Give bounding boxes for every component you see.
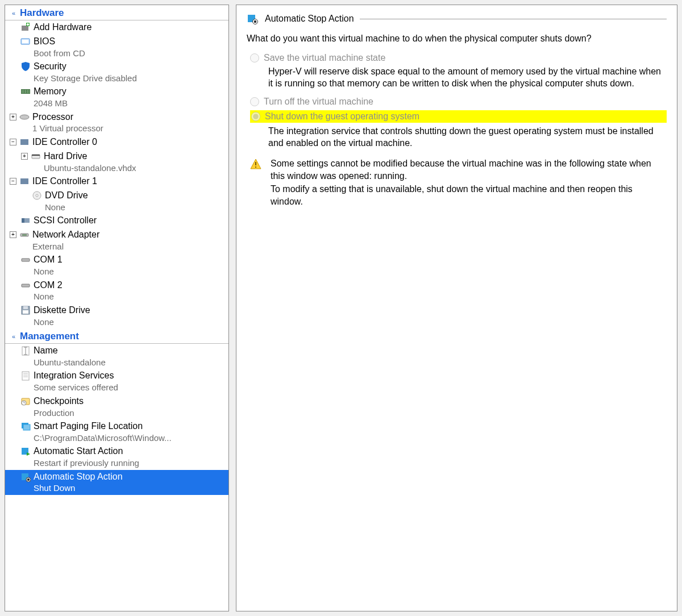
sidebar-item-name[interactable]: Name Ubuntu-standalone: [5, 344, 228, 369]
collapse-icon: «: [10, 333, 18, 340]
name-icon: [20, 345, 31, 356]
svg-rect-32: [22, 372, 29, 380]
collapse-icon[interactable]: −: [10, 139, 16, 145]
sidebar-item-processor[interactable]: + Processor 1 Virtual processor: [5, 110, 228, 135]
item-label: Add Hardware: [34, 22, 92, 34]
option-label: Turn off the virtual machine: [264, 97, 373, 107]
expand-icon[interactable]: +: [21, 153, 28, 160]
svg-rect-3: [27, 24, 29, 25]
collapse-icon: «: [10, 10, 18, 16]
autostop-icon: [20, 471, 31, 482]
sidebar-item-network[interactable]: + Network Adapter External: [5, 228, 228, 253]
item-label: COM 1: [34, 254, 63, 266]
option-turn-off[interactable]: Turn off the virtual machine: [250, 97, 667, 107]
panel-title: Automatic Stop Action: [260, 14, 360, 24]
item-sub: None: [34, 291, 63, 302]
item-label: Hard Drive: [44, 151, 136, 163]
item-sub: Ubuntu-standalone: [34, 357, 106, 368]
sidebar-item-bios[interactable]: BIOS Boot from CD: [5, 35, 228, 60]
item-sub: 2048 MB: [34, 98, 68, 109]
svg-rect-16: [20, 178, 28, 184]
item-sub: Ubuntu-standalone.vhdx: [44, 163, 136, 174]
section-title: Hardware: [18, 7, 64, 19]
svg-rect-20: [22, 218, 24, 223]
section-header-management[interactable]: « Management: [5, 328, 228, 344]
sidebar-item-checkpoints[interactable]: Checkpoints Production: [5, 394, 228, 419]
bios-icon: [20, 36, 31, 47]
sidebar-item-integration[interactable]: Integration Services Some services offer…: [5, 369, 228, 394]
item-sub: 1 Virtual processor: [32, 123, 103, 134]
integration-icon: [20, 370, 31, 381]
item-label: SCSI Controller: [34, 215, 97, 227]
controller-icon: [19, 136, 30, 148]
item-label: IDE Controller 0: [32, 136, 97, 148]
sidebar-item-paging[interactable]: Smart Paging File Location C:\ProgramDat…: [5, 419, 228, 444]
item-label: Diskette Drive: [34, 305, 90, 317]
option-shut-down[interactable]: Shut down the guest operating system: [250, 110, 667, 123]
item-label: Automatic Start Action: [34, 446, 139, 457]
svg-rect-10: [27, 90, 28, 93]
svg-rect-27: [23, 310, 28, 314]
radio-save-state[interactable]: [250, 53, 259, 63]
sidebar-item-diskette[interactable]: Diskette Drive None: [5, 303, 228, 328]
svg-rect-22: [22, 234, 27, 236]
panel-header: Automatic Stop Action: [247, 13, 667, 24]
sidebar-item-dvd[interactable]: DVD Drive None: [5, 189, 228, 214]
shield-icon: [20, 61, 31, 72]
processor-icon: [19, 111, 30, 123]
item-label: IDE Controller 1: [32, 176, 97, 188]
settings-sidebar: « Hardware Add Hardware BIOS Boot from C…: [5, 5, 229, 611]
sidebar-item-ide0[interactable]: − IDE Controller 0: [5, 135, 228, 149]
sidebar-item-com2[interactable]: COM 2 None: [5, 278, 228, 303]
option-desc: The integration service that controls sh…: [268, 125, 667, 149]
expand-icon[interactable]: +: [10, 231, 16, 238]
panel-question: What do you want this virtual machine to…: [247, 32, 667, 45]
sidebar-item-autostop[interactable]: Automatic Stop Action Shut Down: [5, 470, 228, 495]
item-sub: None: [34, 317, 90, 328]
item-label: DVD Drive: [45, 190, 88, 202]
sidebar-item-security[interactable]: Security Key Storage Drive disabled: [5, 60, 228, 85]
item-label: Integration Services: [34, 370, 118, 382]
svg-rect-13: [20, 139, 28, 145]
item-label: Network Adapter: [32, 229, 99, 241]
radio-turn-off[interactable]: [250, 97, 259, 106]
item-sub: Some services offered: [34, 382, 118, 393]
item-sub: External: [32, 241, 99, 252]
radio-shut-down[interactable]: [251, 112, 260, 121]
section-header-hardware[interactable]: « Hardware: [5, 5, 228, 20]
option-label: Shut down the guest operating system: [265, 111, 419, 122]
dvd-icon: [31, 190, 43, 201]
svg-rect-9: [25, 90, 26, 93]
svg-rect-49: [254, 20, 256, 23]
controller-icon: [19, 176, 30, 187]
item-label: Name: [34, 345, 106, 357]
autostop-icon: [247, 13, 258, 24]
sidebar-item-add-hardware[interactable]: Add Hardware: [5, 20, 228, 35]
details-panel: Automatic Stop Action What do you want t…: [236, 5, 677, 611]
item-label: BIOS: [34, 36, 85, 48]
warning-text: Some settings cannot be modified because…: [271, 157, 667, 209]
item-label: Smart Paging File Location: [34, 421, 172, 432]
option-save-state[interactable]: Save the virtual machine state: [250, 53, 667, 63]
sidebar-item-ide1[interactable]: − IDE Controller 1: [5, 174, 228, 189]
sidebar-item-scsi[interactable]: SCSI Controller: [5, 214, 228, 228]
sidebar-item-com1[interactable]: COM 1 None: [5, 253, 228, 278]
checkpoints-icon: [20, 396, 31, 407]
hard-drive-icon: [30, 151, 41, 162]
item-sub: Shut Down: [34, 482, 123, 494]
item-label: Memory: [34, 86, 68, 98]
warning-icon: [250, 159, 263, 170]
sidebar-item-autostart[interactable]: Automatic Start Action Restart if previo…: [5, 444, 228, 469]
item-sub: Restart if previously running: [34, 457, 139, 469]
svg-rect-11: [28, 90, 30, 93]
sidebar-item-memory[interactable]: Memory 2048 MB: [5, 85, 228, 110]
diskette-icon: [20, 305, 31, 316]
collapse-icon[interactable]: −: [10, 178, 16, 185]
expand-icon[interactable]: +: [10, 114, 16, 120]
sidebar-item-harddrive[interactable]: + Hard Drive Ubuntu-standalone.vhdx: [5, 149, 228, 174]
option-label: Save the virtual machine state: [264, 53, 385, 63]
svg-rect-15: [32, 155, 40, 156]
memory-icon: [20, 86, 31, 97]
add-hardware-icon: [20, 22, 31, 33]
svg-rect-41: [23, 424, 30, 430]
